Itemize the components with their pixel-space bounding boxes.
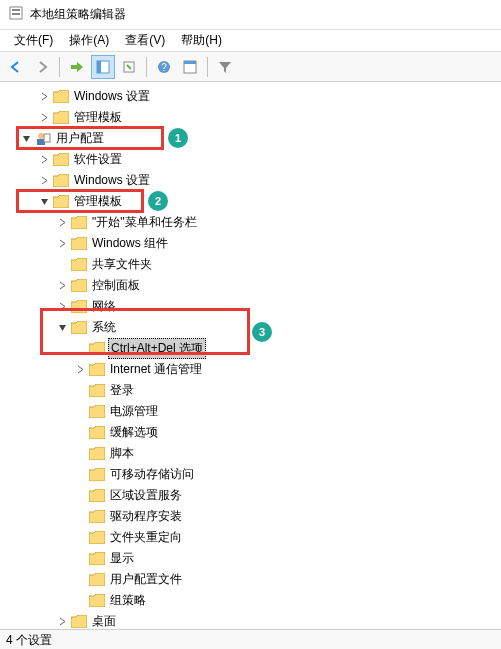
tree-label: 缓解选项 — [108, 423, 160, 442]
menu-action[interactable]: 操作(A) — [61, 30, 117, 51]
folder-icon — [70, 237, 88, 250]
svg-rect-4 — [97, 61, 101, 73]
menu-file[interactable]: 文件(F) — [6, 30, 61, 51]
tree-item-control-panel[interactable]: 控制面板 — [0, 275, 501, 296]
expand-icon[interactable] — [36, 176, 52, 185]
tree-item-locale[interactable]: 区域设置服务 — [0, 485, 501, 506]
svg-rect-12 — [44, 134, 50, 142]
tree-label: 用户配置 — [54, 129, 106, 148]
menu-help[interactable]: 帮助(H) — [173, 30, 230, 51]
menubar: 文件(F) 操作(A) 查看(V) 帮助(H) — [0, 30, 501, 52]
tree-item-software-settings[interactable]: 软件设置 — [0, 149, 501, 170]
forward-button[interactable] — [30, 55, 54, 79]
expand-icon[interactable] — [54, 218, 70, 227]
expand-icon[interactable] — [36, 155, 52, 164]
folder-icon — [88, 384, 106, 397]
tree-item-scripts[interactable]: 脚本 — [0, 443, 501, 464]
tree-label: Windows 设置 — [72, 87, 152, 106]
tree-item-network[interactable]: 网络 — [0, 296, 501, 317]
expand-icon[interactable] — [54, 281, 70, 290]
toolbar-separator — [59, 57, 60, 77]
tree-label: 共享文件夹 — [90, 255, 154, 274]
expand-icon[interactable] — [72, 365, 88, 374]
tree-item-group-policy[interactable]: 组策略 — [0, 590, 501, 611]
properties-button[interactable] — [178, 55, 202, 79]
folder-icon — [52, 90, 70, 103]
collapse-icon[interactable] — [36, 197, 52, 206]
show-hide-tree-button[interactable] — [91, 55, 115, 79]
svg-rect-2 — [12, 13, 20, 15]
tree-item-windows-settings[interactable]: Windows 设置 — [0, 86, 501, 107]
expand-icon[interactable] — [54, 302, 70, 311]
expand-icon[interactable] — [36, 92, 52, 101]
expand-icon[interactable] — [54, 617, 70, 626]
svg-text:?: ? — [161, 62, 167, 73]
tree-item-user-config[interactable]: 用户配置 — [0, 128, 501, 149]
folder-icon — [70, 321, 88, 334]
tree-item-windows-settings[interactable]: Windows 设置 — [0, 170, 501, 191]
tree-item-admin-templates[interactable]: 管理模板 — [0, 107, 501, 128]
toolbar: ? — [0, 52, 501, 82]
tree-item-power[interactable]: 电源管理 — [0, 401, 501, 422]
tree-item-internet-comm[interactable]: Internet 通信管理 — [0, 359, 501, 380]
svg-point-10 — [38, 133, 44, 139]
svg-rect-1 — [12, 9, 20, 11]
tree-label: 系统 — [90, 318, 118, 337]
folder-icon — [70, 258, 88, 271]
folder-icon — [88, 405, 106, 418]
tree-item-start-menu[interactable]: "开始"菜单和任务栏 — [0, 212, 501, 233]
tree-item-desktop[interactable]: 桌面 — [0, 611, 501, 629]
collapse-icon[interactable] — [54, 323, 70, 332]
tree-item-admin-templates-user[interactable]: 管理模板 — [0, 191, 501, 212]
svg-rect-9 — [184, 61, 196, 64]
folder-icon — [88, 426, 106, 439]
collapse-icon[interactable] — [18, 134, 34, 143]
tree-label: 网络 — [90, 297, 118, 316]
up-button[interactable] — [65, 55, 89, 79]
tree-item-folder-redirection[interactable]: 文件夹重定向 — [0, 527, 501, 548]
filter-button[interactable] — [213, 55, 237, 79]
folder-icon — [88, 363, 106, 376]
export-button[interactable] — [117, 55, 141, 79]
tree-item-system[interactable]: 系统 — [0, 317, 501, 338]
folder-icon — [88, 594, 106, 607]
folder-icon — [88, 552, 106, 565]
tree-label: Ctrl+Alt+Del 选项 — [108, 338, 206, 359]
status-text: 4 个设置 — [6, 633, 52, 647]
expand-icon[interactable] — [36, 113, 52, 122]
tree-view[interactable]: Windows 设置 管理模板 用户配置 软件设置 Windows 设置 管理模… — [0, 82, 501, 629]
tree-item-shared-folders[interactable]: 共享文件夹 — [0, 254, 501, 275]
tree-label: Windows 组件 — [90, 234, 170, 253]
menu-view[interactable]: 查看(V) — [117, 30, 173, 51]
folder-icon — [88, 447, 106, 460]
tree-label: 组策略 — [108, 591, 148, 610]
tree-item-logon[interactable]: 登录 — [0, 380, 501, 401]
tree-label: 管理模板 — [72, 192, 124, 211]
help-button[interactable]: ? — [152, 55, 176, 79]
folder-icon — [70, 300, 88, 313]
folder-icon — [70, 216, 88, 229]
tree-item-driver-install[interactable]: 驱动程序安装 — [0, 506, 501, 527]
tree-label: Internet 通信管理 — [108, 360, 204, 379]
folder-icon — [70, 615, 88, 628]
tree-item-mitigation[interactable]: 缓解选项 — [0, 422, 501, 443]
tree-label: 显示 — [108, 549, 136, 568]
back-button[interactable] — [4, 55, 28, 79]
folder-icon — [88, 489, 106, 502]
folder-icon — [88, 531, 106, 544]
tree-label: 用户配置文件 — [108, 570, 184, 589]
folder-icon — [52, 111, 70, 124]
tree-item-display[interactable]: 显示 — [0, 548, 501, 569]
toolbar-separator — [207, 57, 208, 77]
tree-label: 区域设置服务 — [108, 486, 184, 505]
tree-label: 软件设置 — [72, 150, 124, 169]
folder-icon — [52, 153, 70, 166]
tree-item-removable-storage[interactable]: 可移动存储访问 — [0, 464, 501, 485]
tree-item-windows-components[interactable]: Windows 组件 — [0, 233, 501, 254]
expand-icon[interactable] — [54, 239, 70, 248]
tree-label: 登录 — [108, 381, 136, 400]
folder-icon — [70, 279, 88, 292]
tree-item-user-profiles[interactable]: 用户配置文件 — [0, 569, 501, 590]
tree-item-ctrl-alt-del[interactable]: Ctrl+Alt+Del 选项 — [0, 338, 501, 359]
tree-label: 脚本 — [108, 444, 136, 463]
